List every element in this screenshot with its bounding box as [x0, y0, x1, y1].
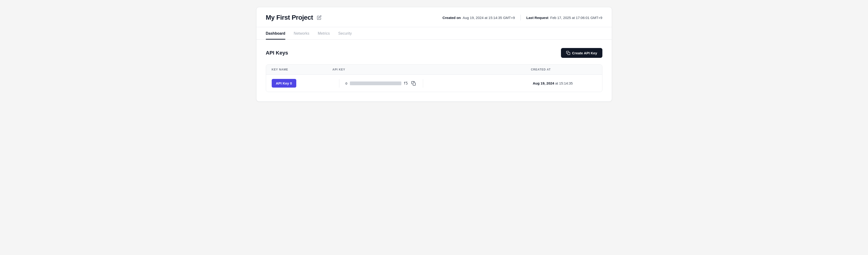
col-header-created-at: CREATED AT: [531, 68, 596, 71]
project-header: My First Project Created on Aug 19, 2024…: [256, 7, 612, 27]
tab-metrics[interactable]: Metrics: [318, 27, 330, 39]
created-on-value: Aug 19, 2024 at 15:14:35 GMT+9: [463, 16, 515, 20]
pencil-icon: [317, 15, 321, 20]
table-row: API Key 0 o f5: [266, 75, 602, 92]
key-name-cell: API Key 0: [272, 79, 333, 88]
cell-divider-right: [423, 79, 423, 88]
edit-project-button[interactable]: [316, 14, 322, 21]
created-at-rest: at 15:14:35: [554, 81, 573, 85]
last-request-label: Last Request: [526, 16, 548, 20]
tab-security[interactable]: Security: [338, 27, 352, 39]
last-request-value: Feb 17, 2025 at 17:06:01 GMT+9: [550, 16, 602, 20]
tabs-bar: Dashboard Networks Metrics Security: [256, 27, 612, 39]
last-request-meta: Last Request Feb 17, 2025 at 17:06:01 GM…: [526, 16, 602, 20]
key-masked: [350, 82, 401, 85]
tab-dashboard[interactable]: Dashboard: [266, 27, 285, 39]
key-prefix: o: [345, 81, 347, 85]
table-header: KEY NAME API KEY CREATED AT: [266, 65, 602, 75]
tab-networks[interactable]: Networks: [294, 27, 309, 39]
create-api-key-button[interactable]: Create API Key: [561, 48, 602, 58]
create-api-key-label: Create API Key: [572, 51, 597, 55]
main-card: My First Project Created on Aug 19, 2024…: [256, 7, 612, 102]
copy-add-icon: [566, 51, 570, 55]
api-key-cell: o f5: [333, 79, 531, 88]
key-suffix: f5: [404, 81, 408, 85]
api-table: KEY NAME API KEY CREATED AT API Key 0 o …: [266, 64, 602, 92]
col-header-key-name: KEY NAME: [272, 68, 333, 71]
project-title: My First Project: [266, 14, 313, 21]
created-on-meta: Created on Aug 19, 2024 at 15:14:35 GMT+…: [442, 16, 515, 20]
svg-rect-1: [413, 83, 415, 85]
key-name-badge[interactable]: API Key 0: [272, 79, 296, 88]
col-header-api-key: API KEY: [333, 68, 531, 71]
created-on-label: Created on: [442, 16, 461, 20]
cell-divider-left: [339, 79, 339, 88]
section-header: API Keys Create API Key: [266, 48, 602, 58]
api-keys-title: API Keys: [266, 50, 288, 56]
svg-rect-0: [567, 53, 570, 55]
header-meta: Created on Aug 19, 2024 at 15:14:35 GMT+…: [442, 15, 602, 20]
copy-api-key-button[interactable]: [410, 80, 417, 87]
created-at-cell: Aug 19, 2024 at 15:14:35: [531, 81, 596, 85]
project-title-area: My First Project: [266, 14, 322, 21]
content-area: API Keys Create API Key KEY NAME API KEY…: [256, 39, 612, 102]
copy-icon: [411, 81, 416, 86]
created-at-bold: Aug 19, 2024: [533, 81, 554, 85]
